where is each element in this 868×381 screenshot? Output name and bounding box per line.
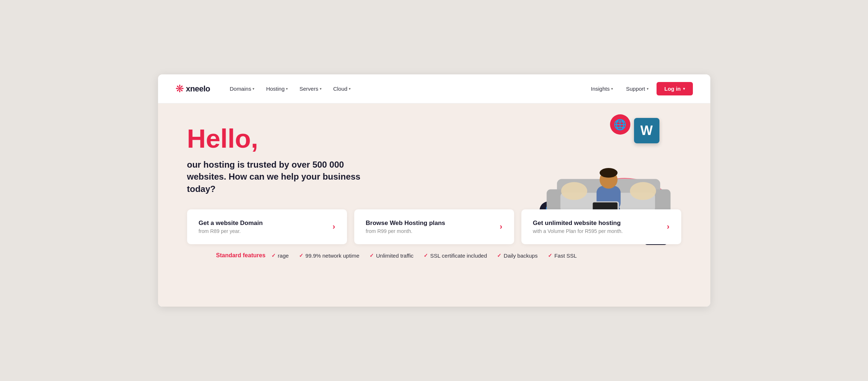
nav-label-cloud: Cloud: [333, 86, 347, 92]
feature-item-ssl: ✓ SSL certificate included: [424, 253, 487, 259]
features-label: Standard features: [216, 252, 266, 259]
svg-point-8: [561, 182, 587, 200]
svg-point-9: [630, 182, 656, 200]
feature-item-rage: ✓ rage: [271, 253, 289, 259]
nav-label-insights: Insights: [591, 86, 610, 92]
nav-item-insights[interactable]: Insights ▾: [586, 83, 618, 95]
login-button[interactable]: Log in ▾: [657, 82, 693, 95]
nav-item-servers[interactable]: Servers ▾: [294, 83, 327, 95]
nav-label-servers: Servers: [299, 86, 318, 92]
feature-item-fastssl: ✓ Fast SSL: [548, 253, 577, 259]
card-domain-title: Get a website Domain: [199, 220, 263, 227]
chevron-down-icon: ▾: [286, 87, 288, 91]
check-icon: ✓: [299, 253, 303, 258]
nav-primary: Domains ▾ Hosting ▾ Servers ▾ Cloud ▾: [225, 83, 586, 95]
chevron-down-icon: ▾: [320, 87, 322, 91]
check-icon: ✓: [497, 253, 501, 258]
hero-subtitle: our hosting is trusted by over 500 000 w…: [187, 159, 362, 195]
card-hosting-sub: from R99 per month.: [366, 228, 445, 234]
arrow-right-icon: ›: [500, 222, 502, 232]
card-hosting[interactable]: Browse Web Hosting plans from R99 per mo…: [354, 209, 514, 244]
chevron-down-icon: ▾: [647, 87, 649, 91]
chevron-down-icon: ▾: [349, 87, 351, 91]
nav-item-cloud[interactable]: Cloud ▾: [328, 83, 356, 95]
card-hosting-text: Browse Web Hosting plans from R99 per mo…: [366, 220, 445, 234]
hero-title: Hello,: [187, 125, 398, 153]
feature-item-uptime: ✓ 99.9% network uptime: [299, 253, 359, 259]
logo-icon: ❋: [175, 84, 184, 94]
check-icon: ✓: [424, 253, 428, 258]
navbar: ❋ xneelo Domains ▾ Hosting ▾ Servers ▾ C…: [158, 74, 710, 103]
nav-label-support: Support: [626, 86, 645, 92]
chevron-down-icon: ▾: [611, 87, 613, 91]
page-wrapper: ❋ xneelo Domains ▾ Hosting ▾ Servers ▾ C…: [158, 74, 710, 307]
nav-label-hosting: Hosting: [266, 86, 284, 92]
card-unlimited[interactable]: Get unlimited website hosting with a Vol…: [521, 209, 681, 244]
logo-text: xneelo: [186, 84, 210, 94]
check-icon: ✓: [548, 253, 552, 258]
check-icon: ✓: [370, 253, 374, 258]
card-domain-text: Get a website Domain from R89 per year.: [199, 220, 263, 234]
arrow-right-icon: ›: [332, 222, 335, 232]
card-hosting-title: Browse Web Hosting plans: [366, 220, 445, 227]
nav-item-support[interactable]: Support ▾: [621, 83, 654, 95]
nav-label-domains: Domains: [230, 86, 251, 92]
nav-item-hosting[interactable]: Hosting ▾: [261, 83, 293, 95]
card-unlimited-sub: with a Volume Plan for R595 per month.: [533, 228, 623, 234]
card-domain[interactable]: Get a website Domain from R89 per year. …: [187, 209, 347, 244]
hero-section: Hello, our hosting is trusted by over 50…: [158, 103, 710, 307]
nav-item-domains[interactable]: Domains ▾: [225, 83, 259, 95]
feature-item-traffic: ✓ Unlimited traffic: [370, 253, 413, 259]
chevron-down-icon: ▾: [683, 87, 685, 91]
cards-row: Get a website Domain from R89 per year. …: [187, 209, 681, 244]
chevron-down-icon: ▾: [253, 87, 254, 91]
logo[interactable]: ❋ xneelo: [175, 84, 210, 94]
card-unlimited-title: Get unlimited website hosting: [533, 220, 623, 227]
feature-item-backups: ✓ Daily backups: [497, 253, 537, 259]
check-icon: ✓: [271, 253, 276, 258]
arrow-right-icon: ›: [667, 222, 669, 232]
nav-right: Insights ▾ Support ▾ Log in ▾: [586, 82, 693, 95]
svg-point-19: [599, 168, 617, 178]
hero-content: Hello, our hosting is trusted by over 50…: [187, 125, 398, 195]
card-domain-sub: from R89 per year.: [199, 228, 263, 234]
card-unlimited-text: Get unlimited website hosting with a Vol…: [533, 220, 623, 234]
